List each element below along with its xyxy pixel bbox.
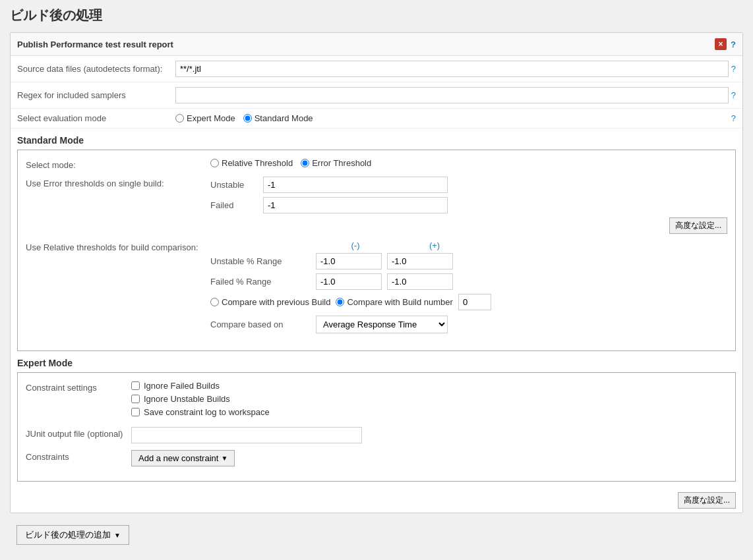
error-threshold-radio[interactable] [301, 159, 309, 167]
error-threshold-row: Use Error thresholds on single build: Un… [26, 177, 727, 234]
error-threshold-label: Error Threshold [312, 158, 371, 168]
panel-title: Publish Performance test result report [17, 40, 173, 49]
error-threshold-section-label: Use Error thresholds on single build: [26, 177, 210, 188]
constraint-settings-row: Constraint settings Ignore Failed Builds… [26, 381, 727, 420]
standard-mode-box: Select mode: Relative Threshold Error Th… [17, 150, 736, 351]
page-title: ビルド後の処理 [10, 7, 743, 24]
unstable-range-label: Unstable % Range [210, 256, 316, 266]
eval-mode-label: Select evaluation mode [17, 113, 175, 123]
unstable-row: Unstable [210, 177, 727, 193]
error-threshold-content: Unstable Failed 高度な設定... [210, 177, 727, 234]
compare-prev-option[interactable]: Compare with previous Build [210, 297, 330, 307]
select-mode-row: Select mode: Relative Threshold Error Th… [26, 158, 727, 170]
panel-header: Publish Performance test result report ×… [11, 33, 742, 56]
ignore-unstable-row: Ignore Unstable Builds [131, 394, 727, 404]
compare-build-radio[interactable] [336, 298, 344, 306]
source-files-row: Source data files (autodetects format): … [11, 56, 742, 82]
failed-range-plus-input[interactable] [387, 273, 453, 290]
constraint-settings-label: Constraint settings [26, 381, 131, 393]
eval-mode-radio-group: Expert Mode Standard Mode [175, 113, 313, 123]
regex-row: Regex for included samplers ? [11, 82, 742, 109]
junit-content [131, 427, 727, 443]
select-mode-content: Relative Threshold Error Threshold [210, 158, 727, 168]
unstable-range-row: Unstable % Range [210, 253, 727, 269]
junit-input[interactable] [131, 427, 362, 443]
source-files-control [175, 61, 729, 77]
advanced-btn-container: 高度な設定... [210, 217, 727, 234]
compare-row: Compare with previous Build Compare with… [210, 294, 727, 310]
compare-build-option[interactable]: Compare with Build number [336, 297, 452, 307]
unstable-range-minus-input[interactable] [316, 253, 382, 269]
compare-based-select[interactable]: Average Response Time Median Response Ti… [316, 316, 448, 333]
source-help-icon[interactable]: ? [731, 64, 736, 74]
constraint-settings-content: Ignore Failed Builds Ignore Unstable Bui… [131, 381, 727, 420]
eval-mode-control: Expert Mode Standard Mode [175, 113, 729, 123]
standard-mode-radio[interactable] [243, 114, 252, 123]
expert-mode-radio[interactable] [175, 114, 184, 123]
select-mode-label: Select mode: [26, 158, 210, 170]
failed-row: Failed [210, 197, 727, 213]
add-constraint-button[interactable]: Add a new constraint ▼ [131, 450, 235, 466]
compare-build-label: Compare with Build number [347, 297, 452, 307]
unstable-range-plus-input[interactable] [387, 253, 453, 269]
compare-prev-label: Compare with previous Build [222, 297, 330, 307]
failed-input[interactable] [263, 197, 448, 213]
ignore-unstable-checkbox[interactable] [131, 395, 140, 403]
add-post-build-label: ビルド後の処理の追加 [25, 529, 111, 541]
standard-mode-title: Standard Mode [17, 135, 736, 146]
regex-control [175, 87, 729, 103]
relative-threshold-section-row: Use Relative thresholds for build compar… [26, 240, 727, 336]
compare-prev-radio[interactable] [210, 298, 219, 306]
source-files-label: Source data files (autodetects format): [17, 64, 175, 74]
minus-col-header: (-) [316, 240, 395, 250]
source-files-input[interactable] [175, 61, 729, 77]
eval-help-icon[interactable]: ? [731, 113, 736, 123]
panel-help-icon[interactable]: ? [731, 40, 736, 49]
advanced-settings-button[interactable]: 高度な設定... [669, 217, 727, 234]
compare-based-label: Compare based on [210, 320, 316, 329]
footer-bar: ビルド後の処理の追加 ▼ [10, 520, 743, 550]
plus-col-header: (+) [395, 240, 474, 250]
relative-threshold-section-label: Use Relative thresholds for build compar… [26, 240, 210, 252]
error-threshold-option[interactable]: Error Threshold [301, 158, 371, 168]
bottom-bar: 高度な設定... [11, 488, 742, 513]
ignore-failed-label[interactable]: Ignore Failed Builds [144, 381, 220, 391]
failed-range-label: Failed % Range [210, 277, 316, 287]
threshold-radio-group: Relative Threshold Error Threshold [210, 158, 727, 168]
failed-label: Failed [210, 200, 263, 210]
eval-mode-row: Select evaluation mode Expert Mode Stand… [11, 109, 742, 128]
ignore-unstable-label[interactable]: Ignore Unstable Builds [144, 394, 230, 404]
unstable-label: Unstable [210, 180, 263, 190]
publish-panel: Publish Performance test result report ×… [10, 32, 743, 513]
relative-threshold-option[interactable]: Relative Threshold [210, 158, 293, 168]
junit-row: JUnit output file (optional) [26, 427, 727, 443]
add-constraint-label: Add a new constraint [138, 453, 218, 463]
bottom-advanced-button[interactable]: 高度な設定... [678, 492, 736, 509]
ignore-failed-checkbox[interactable] [131, 381, 140, 390]
close-button[interactable]: × [715, 38, 727, 50]
expert-mode-label: Expert Mode [187, 113, 235, 123]
regex-input[interactable] [175, 87, 729, 103]
save-constraint-label[interactable]: Save constraint log to workspace [144, 407, 270, 417]
threshold-header-row: (-) (+) [210, 240, 727, 250]
standard-mode-label: Standard Mode [255, 113, 313, 123]
regex-help-icon[interactable]: ? [731, 90, 736, 100]
expert-mode-title: Expert Mode [17, 358, 736, 368]
unstable-input[interactable] [263, 177, 448, 193]
relative-threshold-content: (-) (+) Unstable % Range Failed % Range [210, 240, 727, 336]
relative-threshold-label: Relative Threshold [222, 158, 293, 168]
add-constraint-dropdown-arrow: ▼ [221, 455, 227, 462]
add-post-build-button[interactable]: ビルド後の処理の追加 ▼ [16, 525, 129, 545]
compare-build-number-input[interactable] [458, 294, 491, 310]
save-constraint-checkbox[interactable] [131, 408, 140, 416]
constraints-label: Constraints [26, 450, 131, 462]
junit-label: JUnit output file (optional) [26, 427, 131, 439]
save-constraint-row: Save constraint log to workspace [131, 407, 727, 417]
relative-threshold-radio[interactable] [210, 159, 219, 167]
standard-mode-option[interactable]: Standard Mode [243, 113, 313, 123]
ignore-failed-row: Ignore Failed Builds [131, 381, 727, 391]
failed-range-minus-input[interactable] [316, 273, 382, 290]
constraints-row: Constraints Add a new constraint ▼ [26, 450, 727, 466]
expert-mode-option[interactable]: Expert Mode [175, 113, 235, 123]
regex-label: Regex for included samplers [17, 90, 175, 100]
